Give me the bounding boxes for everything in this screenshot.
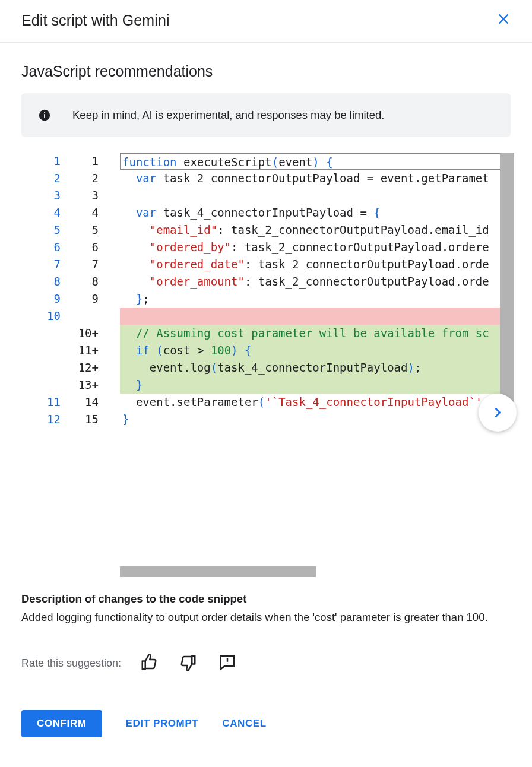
rating-label: Rate this suggestion: (21, 657, 121, 670)
edit-prompt-button[interactable]: EDIT PROMPT (126, 718, 199, 730)
description-label: Description of changes to the code snipp… (21, 592, 511, 606)
thumbs-down-icon (179, 654, 197, 671)
info-banner: Keep in mind, AI is experimental, and re… (21, 93, 511, 137)
code-line: "ordered_date": task_2_connectorOutputPa… (120, 256, 514, 273)
code-diff-editor[interactable]: 123456789101112 12345678910+11+12+13+141… (21, 153, 511, 577)
dialog-actions: CONFIRM EDIT PROMPT CANCEL (21, 710, 511, 737)
code-line: var task_2_connectorOutputPayload = even… (120, 170, 514, 187)
code-line: "ordered_by": task_2_connectorOutputPayl… (120, 239, 514, 256)
report-button[interactable] (216, 651, 239, 676)
description-body: Added logging functionality to output or… (21, 609, 511, 626)
code-line: }; (120, 290, 514, 308)
code-line: function executeScript(event) { (120, 153, 514, 170)
dialog-header: Edit script with Gemini (0, 0, 532, 43)
section-title: JavaScript recommendations (21, 63, 511, 80)
code-line: — (120, 308, 514, 325)
vertical-scrollbar[interactable] (500, 153, 514, 420)
code-line: // Assuming cost parameter will be avail… (120, 325, 514, 342)
info-icon (38, 109, 51, 122)
code-line: "order_amount": task_2_connectorOutputPa… (120, 273, 514, 290)
thumbs-up-icon (140, 654, 158, 671)
code-line: "email_id": task_2_connectorOutputPayloa… (120, 221, 514, 239)
next-diff-button[interactable] (479, 394, 517, 432)
gutter-old: 123456789101112 (45, 153, 69, 577)
report-icon (218, 654, 236, 671)
code-line: } (120, 376, 514, 394)
thumbs-up-button[interactable] (138, 651, 160, 676)
code-line: event.log(task_4_connectorInputPayload); (120, 359, 514, 376)
code-line: event.setParameter('`Task_4_connectorInp… (120, 394, 514, 411)
close-button[interactable] (494, 9, 513, 31)
rating-row: Rate this suggestion: (21, 651, 511, 676)
code-area: function executeScript(event) { var task… (120, 153, 514, 577)
code-line (120, 187, 514, 204)
dialog-title: Edit script with Gemini (21, 12, 170, 29)
confirm-button[interactable]: CONFIRM (21, 710, 102, 737)
code-line: } (120, 411, 514, 428)
svg-rect-4 (44, 112, 45, 113)
thumbs-down-button[interactable] (177, 651, 200, 676)
horizontal-scrollbar[interactable] (120, 566, 316, 577)
svg-rect-3 (44, 114, 45, 118)
code-line: if (cost > 100) { (120, 342, 514, 359)
close-icon (496, 12, 511, 26)
gutter-new: 12345678910+11+12+13+1415 (72, 153, 103, 577)
code-line: var task_4_connectorInputPayload = { (120, 204, 514, 221)
chevron-right-icon (491, 406, 504, 419)
info-banner-text: Keep in mind, AI is experimental, and re… (72, 109, 384, 122)
cancel-button[interactable]: CANCEL (222, 718, 266, 730)
